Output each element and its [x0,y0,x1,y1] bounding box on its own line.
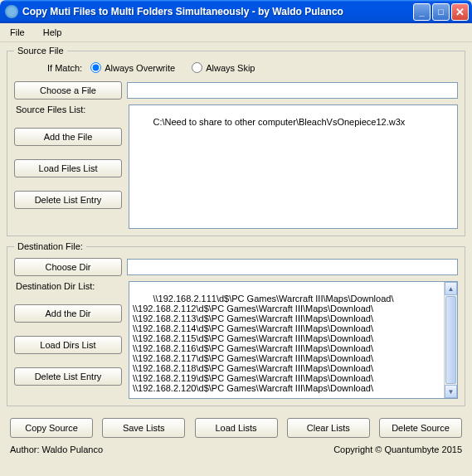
delete-dest-entry-button[interactable]: Delete List Entry [14,367,122,386]
load-dirs-list-button[interactable]: Load Dirs List [14,336,122,354]
dest-dir-input[interactable] [127,259,458,275]
app-icon [5,5,18,18]
add-file-button[interactable]: Add the File [14,128,122,146]
radio-overwrite-input[interactable] [90,62,101,73]
radio-skip-label: Always Skip [206,63,255,73]
radio-overwrite-label: Always Overwrite [105,63,175,73]
maximize-button[interactable]: □ [432,3,450,21]
bottom-toolbar: Copy Source Save Lists Load Lists Clear … [0,413,472,441]
dest-dir-list-content: \\192.168.2.111\d$\PC Games\Warcraft III… [133,294,393,393]
close-button[interactable]: ✕ [451,3,469,21]
chevron-up-icon: ▲ [448,285,455,293]
scroll-thumb[interactable] [445,296,456,384]
destination-fieldset: Destination File: Choose Dir Destination… [7,241,465,406]
choose-file-button[interactable]: Choose a File [14,81,122,100]
titlebar[interactable]: Copy Muti Files to Multi Folders Simulta… [0,0,472,23]
scroll-down-button[interactable]: ▼ [445,385,457,398]
menubar: File Help [0,23,472,42]
author-label: Author: Waldo Pulanco [10,444,103,454]
window-title: Copy Muti Files to Multi Folders Simulta… [22,6,413,17]
destination-legend: Destination File: [14,241,86,251]
chevron-down-icon: ▼ [448,388,455,396]
minimize-icon: _ [419,7,424,17]
copy-source-button[interactable]: Copy Source [10,418,93,438]
source-files-list-content: C:\Need to share to other computer\Bleac… [153,117,405,127]
load-lists-button[interactable]: Load Lists [195,418,278,438]
scrollbar[interactable]: ▲ ▼ [444,282,457,398]
source-fieldset: Source File If Match: Always Overwrite A… [7,46,465,236]
menu-file[interactable]: File [7,26,28,39]
dest-dir-listbox[interactable]: \\192.168.2.111\d$\PC Games\Warcraft III… [129,281,458,399]
load-files-list-button[interactable]: Load Files List [14,159,122,177]
clear-lists-button[interactable]: Clear Lists [287,418,370,438]
save-lists-button[interactable]: Save Lists [102,418,185,438]
source-files-listbox[interactable]: C:\Need to share to other computer\Bleac… [129,104,458,229]
source-legend: Source File [14,46,67,56]
dest-dir-list-label: Destination Dir List: [14,281,122,291]
delete-source-button[interactable]: Delete Source [379,418,462,438]
minimize-button[interactable]: _ [413,3,431,21]
scroll-up-button[interactable]: ▲ [445,282,457,295]
copyright-label: Copyright © Quantumbyte 2015 [333,444,462,454]
menu-help[interactable]: Help [40,26,66,39]
choose-dir-button[interactable]: Choose Dir [14,258,122,276]
source-files-list-label: Source Files List: [14,104,122,114]
source-file-input[interactable] [127,82,458,99]
close-icon: ✕ [455,6,465,18]
delete-source-entry-button[interactable]: Delete List Entry [14,191,122,209]
maximize-icon: □ [438,7,444,17]
footer: Author: Waldo Pulanco Copyright © Quantu… [0,441,472,458]
if-match-label: If Match: [47,63,82,73]
add-dir-button[interactable]: Add the Dir [14,304,122,323]
radio-always-overwrite[interactable]: Always Overwrite [90,62,175,73]
radio-skip-input[interactable] [192,62,202,73]
radio-always-skip[interactable]: Always Skip [192,62,255,73]
